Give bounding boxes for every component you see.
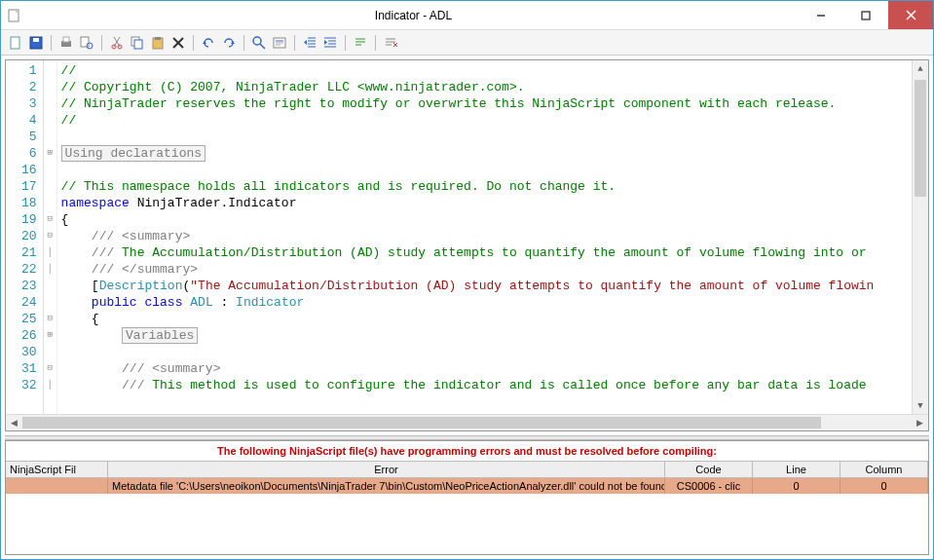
editor-container: 1 2 3 4 5 6 16 17 18 19 20 21 22 23 24 2… [5, 59, 929, 431]
svg-rect-19 [155, 37, 161, 40]
new-icon[interactable] [7, 34, 24, 52]
title-bar: Indicator - ADL [1, 1, 933, 30]
svg-rect-2 [862, 12, 870, 19]
svg-rect-9 [63, 37, 69, 42]
svg-line-23 [260, 44, 265, 49]
maximize-button[interactable] [843, 1, 888, 29]
vertical-scrollbar[interactable]: ▲ ▼ [912, 60, 928, 414]
svg-rect-17 [134, 40, 142, 49]
minimize-button[interactable] [799, 1, 843, 29]
error-banner: The following NinjaScript file(s) have p… [6, 441, 928, 461]
code-area[interactable]: //// Copyright (C) 2007, NinjaTrader LLC… [57, 60, 928, 414]
header-line[interactable]: Line [753, 462, 841, 477]
uncomment-icon[interactable] [382, 34, 399, 52]
line-number-gutter: 1 2 3 4 5 6 16 17 18 19 20 21 22 23 24 2… [6, 60, 44, 414]
header-file[interactable]: NinjaScript Fil [6, 462, 108, 477]
delete-icon[interactable] [169, 34, 187, 52]
copy-icon[interactable] [129, 34, 146, 52]
cut-icon[interactable] [108, 34, 126, 52]
scroll-up-arrow[interactable]: ▲ [913, 60, 928, 77]
svg-rect-7 [33, 38, 39, 42]
window-title: Indicator - ADL [28, 9, 799, 22]
svg-rect-10 [81, 37, 89, 47]
redo-icon[interactable] [220, 34, 238, 52]
scroll-thumb[interactable] [915, 80, 926, 197]
scroll-down-arrow[interactable]: ▼ [913, 397, 928, 414]
close-button[interactable] [888, 1, 933, 29]
error-header-row: NinjaScript Fil Error Code Line Column [6, 461, 928, 478]
outdent-icon[interactable] [301, 34, 318, 52]
error-code-cell: CS0006 - clic [665, 478, 753, 494]
header-column[interactable]: Column [841, 462, 928, 477]
error-file-cell [6, 478, 108, 494]
header-code[interactable]: Code [665, 462, 753, 477]
scroll-left-arrow[interactable]: ◀ [6, 418, 22, 428]
code-editor[interactable]: 1 2 3 4 5 6 16 17 18 19 20 21 22 23 24 2… [6, 60, 928, 414]
indent-icon[interactable] [321, 34, 339, 52]
svg-point-22 [253, 37, 261, 45]
error-panel-empty [6, 494, 928, 554]
error-panel: The following NinjaScript file(s) have p… [5, 440, 929, 555]
goto-icon[interactable] [271, 34, 288, 52]
comment-icon[interactable] [352, 34, 369, 52]
hscroll-thumb[interactable] [22, 417, 821, 429]
error-row[interactable]: Metadata file 'C:\Users\neoikon\Document… [6, 478, 928, 494]
fold-column[interactable]: ⊞ ⊟ ⊟ │ │ ⊟ ⊞ ⊟ │ [44, 60, 57, 414]
save-icon[interactable] [27, 34, 45, 52]
paste-icon[interactable] [149, 34, 167, 52]
horizontal-scrollbar[interactable]: ◀ ▶ [6, 414, 928, 430]
find-icon[interactable] [250, 34, 268, 52]
app-icon [1, 9, 28, 22]
print-preview-icon[interactable] [78, 34, 95, 52]
error-column-cell: 0 [841, 478, 928, 494]
undo-icon[interactable] [200, 34, 217, 52]
print-icon[interactable] [57, 34, 75, 52]
scroll-right-arrow[interactable]: ▶ [912, 418, 928, 428]
header-error[interactable]: Error [108, 462, 665, 477]
toolbar [1, 30, 933, 56]
error-message-cell: Metadata file 'C:\Users\neoikon\Document… [108, 478, 665, 494]
error-line-cell: 0 [753, 478, 841, 494]
svg-rect-5 [11, 37, 19, 49]
